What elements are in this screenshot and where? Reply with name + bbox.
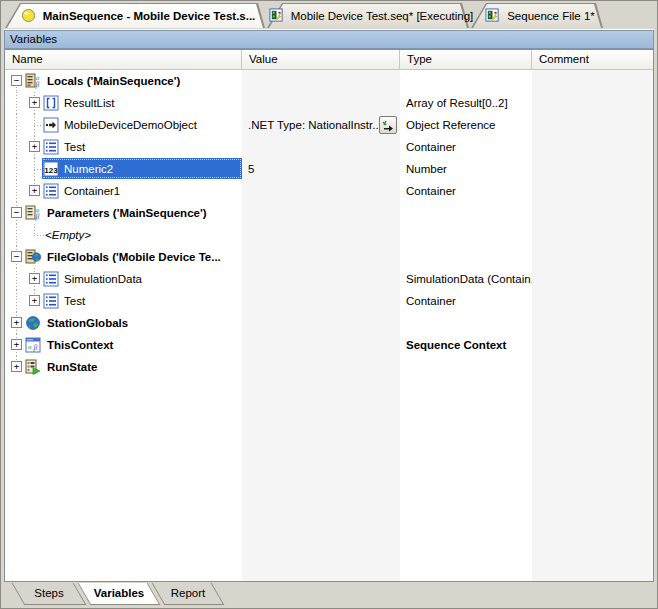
table-row[interactable]: + SimulationData SimulationData (Contain… [5, 268, 653, 290]
value-cell[interactable] [242, 180, 400, 202]
tab-steps[interactable]: Steps [18, 583, 80, 605]
tree-connector [16, 136, 17, 158]
tab-sequence-file-1[interactable]: Sequence File 1* [471, 3, 603, 28]
value-cell[interactable] [242, 334, 400, 356]
value-cell[interactable]: .NET Type: NationalInstr... [242, 114, 400, 136]
column-header-comment[interactable]: Comment [532, 50, 653, 69]
value-cell[interactable] [242, 356, 400, 378]
variables-grid: Name Value Type Comment − Locals ('MainS… [4, 49, 654, 582]
expand-toggle-icon[interactable]: + [29, 97, 40, 108]
name-cell: − Parameters ('MainSequence') [5, 202, 242, 224]
table-row[interactable]: + ThisContext Sequence Context [5, 334, 653, 356]
locals-icon [25, 73, 41, 89]
name-cell: Numeric2 [5, 158, 242, 180]
table-row[interactable]: <Empty> [5, 224, 653, 246]
expand-toggle-icon[interactable]: − [11, 207, 22, 218]
variable-type [400, 246, 532, 268]
variable-name: Test [64, 136, 85, 158]
sequence-file-icon [485, 8, 500, 23]
variable-name: StationGlobals [47, 312, 128, 334]
variable-name: Test [64, 290, 85, 312]
name-cell: − FileGlobals ('Mobile Device Te... [5, 246, 242, 268]
table-row[interactable]: Numeric2 5 Number [5, 158, 653, 180]
value-cell[interactable] [242, 268, 400, 290]
value-cell[interactable] [242, 202, 400, 224]
variable-comment [532, 246, 653, 268]
table-row[interactable]: + StationGlobals [5, 312, 653, 334]
name-cell: + Container1 [5, 180, 242, 202]
expand-toggle-icon[interactable]: + [29, 141, 40, 152]
container-icon [43, 271, 59, 287]
table-row[interactable]: + Test Container [5, 136, 653, 158]
value-cell[interactable] [242, 70, 400, 92]
value-cell[interactable] [242, 224, 400, 246]
variable-comment [532, 356, 653, 378]
bottom-tab-strip: Steps Variables Report [4, 583, 652, 606]
tree-connector [16, 224, 17, 246]
value-cell[interactable] [242, 312, 400, 334]
expand-toggle-icon[interactable]: + [29, 295, 40, 306]
expand-toggle-icon[interactable]: − [11, 251, 22, 262]
table-row[interactable]: MobileDeviceDemoObject .NET Type: Nation… [5, 114, 653, 136]
variable-type: Array of Result[0..2] [400, 92, 532, 114]
name-cell: + RunState [5, 356, 242, 378]
table-row[interactable]: + Test Container [5, 290, 653, 312]
name-cell: MobileDeviceDemoObject [5, 114, 242, 136]
expand-toggle-icon[interactable]: − [11, 75, 22, 86]
variable-name: Container1 [64, 180, 120, 202]
table-row[interactable]: − Locals ('MainSequence') [5, 70, 653, 92]
table-row[interactable]: − FileGlobals ('Mobile Device Te... [5, 246, 653, 268]
expand-toggle-icon[interactable]: + [29, 185, 40, 196]
tab-execution-mainsequence[interactable]: MainSequence - Mobile Device Test.s... [5, 3, 265, 28]
value-cell[interactable] [242, 246, 400, 268]
tree-connector [34, 224, 35, 235]
expand-toggle-icon[interactable]: + [11, 339, 22, 350]
sequence-file-icon [269, 8, 284, 23]
value-cell[interactable]: 5 [242, 158, 400, 180]
variable-name: <Empty> [45, 224, 91, 246]
tab-report[interactable]: Report [158, 583, 218, 605]
grid-body: − Locals ('MainSequence') + ResultList A… [5, 70, 653, 581]
variable-type [400, 224, 532, 246]
expand-toggle-icon[interactable]: + [29, 273, 40, 284]
table-row[interactable]: + Container1 Container [5, 180, 653, 202]
table-row[interactable]: − Parameters ('MainSequence') [5, 202, 653, 224]
tab-variables[interactable]: Variables [84, 583, 154, 605]
pane-title: Variables [4, 30, 654, 49]
dotnet-browse-icon [382, 120, 394, 132]
numeric-icon [43, 161, 59, 177]
variable-name: Parameters ('MainSequence') [47, 202, 207, 224]
column-header-type[interactable]: Type [400, 50, 532, 69]
name-cell: + SimulationData [5, 268, 242, 290]
variable-name: FileGlobals ('Mobile Device Te... [47, 246, 221, 268]
context-icon [25, 337, 41, 353]
value-cell[interactable] [242, 92, 400, 114]
tab-label: MainSequence - Mobile Device Test.s... [43, 10, 256, 22]
tab-sequence-file-executing[interactable]: Mobile Device Test.seq* [Executing] [267, 3, 469, 28]
variable-comment [532, 158, 653, 180]
array-icon [43, 95, 59, 111]
expand-toggle-icon[interactable]: + [11, 361, 22, 372]
tab-label: Sequence File 1* [507, 10, 595, 22]
grid-header: Name Value Type Comment [5, 50, 653, 70]
variable-name: SimulationData [64, 268, 142, 290]
name-cell: − Locals ('MainSequence') [5, 70, 242, 92]
variable-type: Object Reference [400, 114, 532, 136]
variable-type: Sequence Context [400, 334, 532, 356]
variable-comment [532, 92, 653, 114]
variable-comment [532, 114, 653, 136]
column-header-value[interactable]: Value [242, 50, 400, 69]
value-cell[interactable] [242, 290, 400, 312]
browse-dotnet-type-button[interactable] [379, 116, 397, 134]
variable-name: Numeric2 [64, 158, 113, 180]
table-row[interactable]: + ResultList Array of Result[0..2] [5, 92, 653, 114]
variable-comment [532, 334, 653, 356]
tree-connector [16, 180, 17, 202]
tree-connector [16, 290, 17, 312]
expand-toggle-icon[interactable]: + [11, 317, 22, 328]
value-cell[interactable] [242, 136, 400, 158]
name-cell: + Test [5, 290, 242, 312]
table-row[interactable]: + RunState [5, 356, 653, 378]
variable-type [400, 70, 532, 92]
column-header-name[interactable]: Name [5, 50, 242, 69]
